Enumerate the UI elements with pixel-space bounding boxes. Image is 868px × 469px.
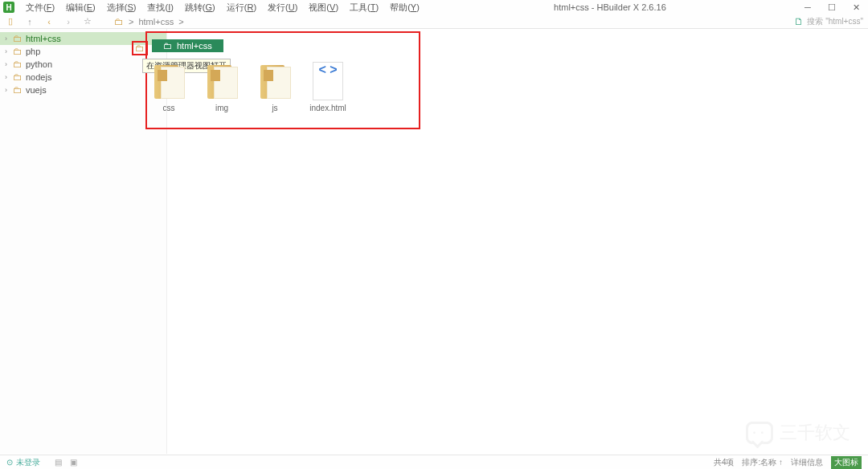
menu-publish[interactable]: 发行(U) <box>263 0 302 15</box>
maximize-button[interactable]: ☐ <box>820 0 844 14</box>
menu-find[interactable]: 查找(I) <box>142 0 178 15</box>
search-icon: 🗋 <box>794 16 804 27</box>
menu-edit[interactable]: 编辑(E) <box>61 0 100 15</box>
sidebar-item-python[interactable]: ›🗀python <box>0 58 166 71</box>
folder-js[interactable]: js <box>257 62 293 112</box>
sidebar-item-vuejs[interactable]: ›🗀vuejs <box>0 84 166 96</box>
toolbar: ▯ ↑ ‹ › ☆ 🗀 > html+css > 🗋 搜索 "html+css" <box>0 14 868 29</box>
menu-select[interactable]: 选择(S) <box>102 0 141 15</box>
titlebar: H 文件(F) 编辑(E) 选择(S) 查找(I) 跳转(G) 运行(R) 发行… <box>0 0 868 14</box>
folder-img[interactable]: img <box>204 62 240 112</box>
terminal-icon[interactable]: ▣ <box>70 458 77 467</box>
watermark-text: 三千软文 <box>780 421 850 445</box>
content-area: 🗀 🗀html+css 在资源管理器视图打开 css img js < >ind… <box>167 29 868 454</box>
breadcrumb[interactable]: 🗀 > html+css > <box>114 16 184 27</box>
menu-goto[interactable]: 跳转(G) <box>180 0 220 15</box>
menu-file[interactable]: 文件(F) <box>21 0 59 15</box>
statusbar: ⊙未登录 ▤ ▣ 共4项 排序:名称 ↑ 详细信息 大图标 <box>0 455 868 469</box>
menu-view[interactable]: 视图(V) <box>304 0 343 15</box>
breadcrumb-sep: > <box>178 17 183 27</box>
menu-run[interactable]: 运行(R) <box>222 0 261 15</box>
minimize-button[interactable]: ─ <box>796 0 820 14</box>
open-explorer-button[interactable]: 🗀 <box>132 41 148 55</box>
folder-css[interactable]: css <box>151 62 186 112</box>
breadcrumb-sep: > <box>129 17 133 27</box>
folder-icon: 🗀 <box>163 41 172 51</box>
window-title: html+css - HBuilder X 2.6.16 <box>424 2 796 12</box>
up-icon[interactable]: ↑ <box>24 16 35 27</box>
newtab-icon[interactable]: ▯ <box>5 16 16 27</box>
item-count: 共4项 <box>714 457 735 468</box>
sidebar: ›🗀html+css ›🗀php ›🗀python ›🗀nodejs ›🗀vue… <box>0 29 167 454</box>
breadcrumb-item[interactable]: html+css <box>138 17 174 27</box>
watermark: • • 三千软文 <box>746 421 850 445</box>
app-icon: H <box>3 2 14 13</box>
login-status[interactable]: ⊙未登录 <box>6 457 40 468</box>
folder-icon: 🗀 <box>114 16 124 27</box>
code-icon: < > <box>318 63 337 77</box>
star-icon[interactable]: ☆ <box>82 16 93 27</box>
search-box[interactable]: 🗋 搜索 "html+css" <box>794 16 863 27</box>
wechat-icon: • • <box>746 422 773 444</box>
menubar: H 文件(F) 编辑(E) 选择(S) 查找(I) 跳转(G) 运行(R) 发行… <box>0 0 424 14</box>
sidebar-item-nodejs[interactable]: ›🗀nodejs <box>0 71 166 84</box>
folder-icon: 🗀 <box>135 43 145 54</box>
highlight-box: 🗀 🗀html+css 在资源管理器视图打开 css img js < >ind… <box>145 31 420 129</box>
close-button[interactable]: ✕ <box>844 0 868 14</box>
menu-tools[interactable]: 工具(T) <box>345 0 383 15</box>
file-index-html[interactable]: < >index.html <box>310 62 346 112</box>
user-icon: ⊙ <box>6 458 13 467</box>
back-icon[interactable]: ‹ <box>43 16 55 27</box>
forward-icon[interactable]: › <box>63 16 74 27</box>
menu-help[interactable]: 帮助(Y) <box>385 0 424 15</box>
sort-info[interactable]: 排序:名称 ↑ <box>742 457 783 468</box>
detail-view-button[interactable]: 详细信息 <box>791 457 823 468</box>
folder-tab[interactable]: 🗀html+css <box>152 39 223 52</box>
file-grid: css img js < >index.html <box>151 62 346 112</box>
search-placeholder: 搜索 "html+css" <box>807 16 863 27</box>
big-icon-view-button[interactable]: 大图标 <box>831 456 862 469</box>
log-icon[interactable]: ▤ <box>55 458 62 467</box>
